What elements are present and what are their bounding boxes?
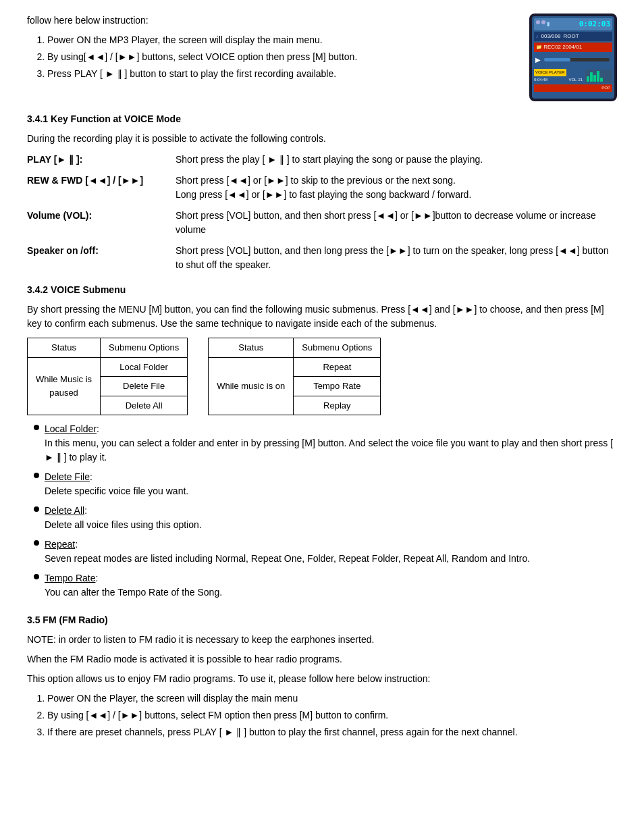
bullet-content-4: Repeat: Seven repeat modes are listed in… [45, 538, 617, 566]
eq-bar-2 [590, 72, 593, 82]
submenu-tables: Status Submenu Options While Music ispau… [27, 338, 617, 415]
bullet-title-1: Local Folder [45, 423, 97, 434]
bullet-title-2: Delete File [45, 471, 90, 482]
bullet-title-5: Tempo Rate [45, 573, 95, 583]
control-row-play: PLAY [► ‖ ]: Short press the play [ ► ‖ … [27, 153, 617, 167]
vol-label: VOL [568, 77, 576, 83]
bullet-dot-3 [34, 506, 39, 512]
control-label-speaker: Speaker on /off: [27, 244, 176, 258]
fm-note: NOTE: in order to listen to FM radio it … [27, 633, 617, 647]
bullet-dot-4 [34, 540, 39, 546]
top-section: follow here below instruction: Power ON … [27, 14, 617, 101]
device-bottom: VOICE PLAYER 0:04:48 VOL 21 [534, 69, 612, 83]
device-image: ▮ 0:02:03 ♪ 003/008 ROOT 📁 REC02 2004/01… [529, 14, 617, 101]
fm-intro1: When the FM Radio mode is activated it i… [27, 652, 617, 666]
control-row-rew: REW & FWD [◄◄] / [►►] Short press [◄◄] o… [27, 174, 617, 202]
voice-label: VOICE PLAYER [534, 69, 566, 76]
file-count-line: ♪ 003/008 ROOT [534, 32, 612, 41]
section-341-heading: 3.4.1 Key Function at VOICE Mode [27, 112, 617, 126]
preamble: follow here below instruction: [27, 14, 516, 28]
play-icon: ▶ [535, 55, 541, 65]
progress-bar [544, 58, 610, 61]
music-icon: ♪ [536, 33, 539, 41]
bullet-text-3: Delete all voice files using this option… [45, 519, 202, 530]
fm-step-2: By using [◄◄] / [►►] buttons, select FM … [47, 708, 617, 723]
bullet-dot-2 [34, 473, 39, 478]
control-label-rew: REW & FWD [◄◄] / [►►] [27, 174, 176, 188]
section-35-heading: 3.5 FM (FM Radio) [27, 613, 617, 627]
t2-col2-header: Submenu Options [294, 338, 381, 358]
t1-option-2: Delete File [101, 377, 188, 396]
bullet-content-3: Delete All: Delete all voice files using… [45, 504, 617, 532]
folder-name: ROOT [563, 32, 579, 41]
icon-b [541, 20, 545, 24]
top-text: follow here below instruction: Power ON … [27, 14, 516, 88]
fm-steps: Power ON the Player, the screen will dis… [47, 691, 617, 739]
t1-option-3: Delete All [101, 396, 188, 415]
t1-col1-header: Status [28, 338, 101, 358]
fm-step-3: If there are preset channels, press PLAY… [47, 725, 617, 739]
bullet-delete-file: Delete File: Delete specific voice file … [34, 470, 617, 498]
control-row-vol: Volume (VOL): Short press [VOL] button, … [27, 209, 617, 237]
section-342-intro: By short pressing the MENU [M] button, y… [27, 303, 617, 331]
section-341: 3.4.1 Key Function at VOICE Mode During … [27, 112, 617, 272]
bullet-repeat: Repeat: Seven repeat modes are listed in… [34, 538, 617, 566]
bullet-text-1: In this menu, you can select a folder an… [45, 438, 613, 463]
eq-display [585, 70, 612, 83]
step-3: Press PLAY [ ► ‖ ] button to start to pl… [47, 67, 516, 81]
fm-intro2: This option allows us to enjoy FM radio … [27, 672, 617, 686]
device-top-icons: ▮ [536, 20, 549, 28]
eq-bar-3 [593, 75, 596, 82]
control-desc-play: Short press the play [ ► ‖ ] to start pl… [176, 153, 617, 167]
device-mockup: ▮ 0:02:03 ♪ 003/008 ROOT 📁 REC02 2004/01… [529, 14, 617, 101]
progress-fill [544, 58, 570, 61]
file-count: 003/008 [541, 32, 561, 41]
bullet-title-4: Repeat [45, 539, 75, 550]
rec-icon: 📁 [536, 45, 542, 49]
bullet-delete-all: Delete All: Delete all voice files using… [34, 504, 617, 532]
eq-bar-1 [587, 76, 589, 82]
t1-col2-header: Submenu Options [101, 338, 188, 358]
t2-option-2: Tempo Rate [294, 377, 381, 396]
t1-status: While Music ispaused [28, 357, 101, 415]
genre-label: POP [534, 84, 612, 92]
duration-label: 0:04:48 [534, 77, 566, 83]
rec-file: REC02 2004/01 [543, 44, 582, 50]
icon-a [536, 20, 540, 24]
battery-icon: ▮ [547, 20, 549, 28]
device-time: 0:02:03 [579, 19, 610, 30]
rec-line: 📁 REC02 2004/01 [534, 43, 612, 52]
control-table: PLAY [► ‖ ]: Short press the play [ ► ‖ … [27, 153, 617, 272]
step-1: Power ON the MP3 Player, the screen will… [47, 33, 516, 47]
bullet-tempo-rate: Tempo Rate: You can alter the Tempo Rate… [34, 571, 617, 600]
t2-option-1: Repeat [294, 357, 381, 377]
bullet-content-2: Delete File: Delete specific voice file … [45, 470, 617, 498]
eq-bar-4 [597, 71, 599, 82]
eq-bar-5 [600, 78, 603, 82]
bullet-text-5: You can alter the Tempo Rate of the Song… [45, 587, 222, 598]
bullet-title-3: Delete All [45, 505, 84, 516]
control-desc-speaker: Short press [VOL] button, and then long … [176, 244, 617, 272]
device-screen: ▮ 0:02:03 ♪ 003/008 ROOT 📁 REC02 2004/01… [532, 16, 614, 99]
submenu-table-1: Status Submenu Options While Music ispau… [27, 338, 188, 415]
t1-option-1: Local Folder [101, 357, 188, 377]
bullet-local-folder: Local Folder: In this menu, you can sele… [34, 422, 617, 465]
device-top-bar: ▮ 0:02:03 [534, 18, 612, 30]
device-bottom-right: VOL 21 [568, 77, 583, 83]
control-label-vol: Volume (VOL): [27, 209, 176, 223]
bullet-text-2: Delete specific voice file you want. [45, 486, 188, 496]
vol-value: 21 [578, 77, 583, 83]
bullet-dot-1 [34, 425, 39, 430]
section-341-intro: During the recording play it is possible… [27, 132, 617, 146]
section-342: 3.4.2 VOICE Submenu By short pressing th… [27, 283, 617, 600]
t2-option-3: Replay [294, 396, 381, 415]
bullet-content-5: Tempo Rate: You can alter the Tempo Rate… [45, 571, 617, 600]
control-desc-vol: Short press [VOL] button, and then short… [176, 209, 617, 237]
control-label-play: PLAY [► ‖ ]: [27, 153, 176, 167]
section-35: 3.5 FM (FM Radio) NOTE: in order to list… [27, 613, 617, 739]
intro-steps: Power ON the MP3 Player, the screen will… [47, 33, 516, 81]
step-2: By using[◄◄] / [►►] buttons, select VOIC… [47, 50, 516, 64]
bullet-list: Local Folder: In this menu, you can sele… [34, 422, 617, 600]
fm-step-1: Power ON the Player, the screen will dis… [47, 691, 617, 706]
bullet-text-4: Seven repeat modes are listed including … [45, 553, 530, 564]
